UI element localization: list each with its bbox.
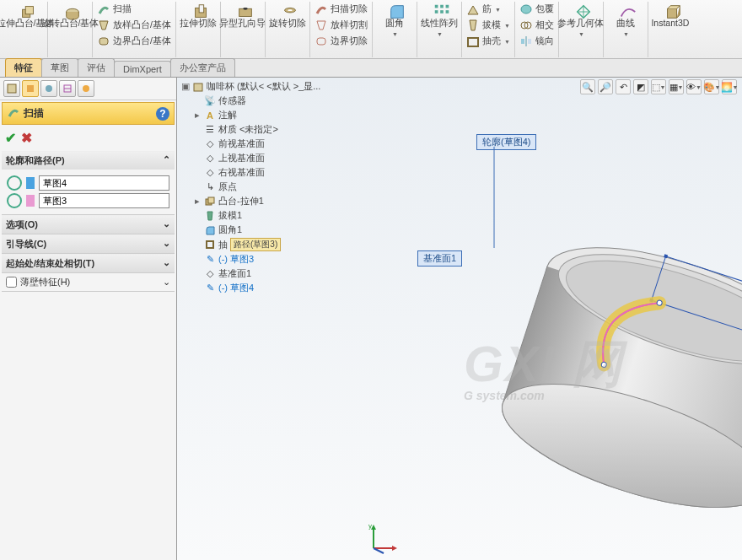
tree-draft[interactable]: 拔模1 <box>193 208 337 223</box>
ribbon-toolbar: 拉伸凸台/基体 旋转凸台/基体 扫描 放样凸台/基体 边界凸台/基体 拉伸切除 … <box>0 0 742 59</box>
appearance-button[interactable]: 🎨▼ <box>704 79 719 94</box>
back-arrow-icon: ↶ <box>620 82 627 93</box>
pm-section-profile-head[interactable]: 轮廓和路径(P) ⌃ <box>2 151 175 170</box>
pm-tab-config[interactable] <box>40 80 57 97</box>
hole-wizard-button[interactable]: 异型孔向导 <box>223 2 263 30</box>
cancel-button[interactable]: ✖ <box>21 130 32 146</box>
wrap-button[interactable]: 包覆 <box>517 2 556 17</box>
sweep-feature-icon <box>7 105 20 121</box>
pm-section-tangency-head[interactable]: 起始处/结束处相切(T) ⌄ <box>2 254 175 272</box>
svg-point-9 <box>288 9 293 11</box>
tree-front-label: 前视基准面 <box>218 137 265 150</box>
fillet-label: 圆角 <box>385 19 404 29</box>
plane-icon: ◇ <box>204 268 216 280</box>
tree-sk3-label: (-) 草图3 <box>218 253 254 266</box>
leader-line <box>493 147 495 248</box>
sensor-icon: 📡 <box>204 95 216 107</box>
pm-tab-feature-tree[interactable] <box>3 80 20 97</box>
instant3d-icon <box>664 3 677 16</box>
intersect-button[interactable]: 相交 <box>517 18 556 33</box>
tree-material-label: 材质 <未指定> <box>218 123 278 136</box>
tree-root-label: 咖啡杯 (默认< <默认 >_显... <box>207 80 320 93</box>
draft-button[interactable]: 拔模▼ <box>464 18 513 33</box>
instant3d-button[interactable]: Instant3D <box>650 2 691 30</box>
tree-sketch4[interactable]: ✎(-) 草图4 <box>193 281 337 295</box>
tree-material[interactable]: ☰材质 <未指定> <box>193 122 337 137</box>
pm-section-thin: 薄壁特征(H) ⌄ <box>2 273 175 292</box>
tab-features[interactable]: 特征 <box>5 58 42 77</box>
revolve-cut-button[interactable]: 旋转切除 <box>267 2 308 30</box>
instant3d-label: Instant3D <box>651 19 689 29</box>
extrude-cut-button[interactable]: 拉伸切除 <box>178 2 218 30</box>
svg-rect-22 <box>528 39 531 44</box>
path-input[interactable] <box>39 193 169 208</box>
boundary-cut-button[interactable]: 边界切除 <box>312 34 370 49</box>
flyout-feature-tree: ▣ 咖啡杯 (默认< <默认 >_显... 📡传感器 ▸A注解 ☰材质 <未指定… <box>181 79 337 295</box>
tab-sketch[interactable]: 草图 <box>41 58 78 77</box>
zoom-fit-button[interactable]: 🔍 <box>580 79 595 94</box>
mirror-button[interactable]: 镜向 <box>517 34 556 49</box>
tree-boss-extrude[interactable]: ▸凸台-拉伸1 <box>193 194 337 208</box>
view-triad: y <box>367 521 401 555</box>
expand-toggle[interactable]: ▣ <box>181 81 190 92</box>
sweep-cut-button[interactable]: 扫描切除 <box>312 2 370 17</box>
tab-evaluate[interactable]: 评估 <box>78 58 115 77</box>
fillet-button[interactable]: 圆角▼ <box>374 2 415 38</box>
pm-section-tangency-label: 起始处/结束处相切(T) <box>6 257 94 270</box>
profile-input[interactable] <box>39 175 169 191</box>
thin-feature-checkbox[interactable] <box>6 277 17 288</box>
tree-annotations[interactable]: ▸A注解 <box>193 108 337 122</box>
zoom-area-button[interactable]: 🔎 <box>598 79 613 94</box>
tree-shell[interactable]: 抽路径(草图3) <box>193 237 337 252</box>
tree-right-plane[interactable]: ◇右视基准面 <box>193 165 337 180</box>
tree-plane1-label: 基准面1 <box>218 267 251 280</box>
expand-toggle[interactable]: ▸ <box>193 196 202 207</box>
pm-title: 扫描 <box>24 106 44 121</box>
tree-plane1[interactable]: ◇基准面1 <box>193 267 337 281</box>
loft-button[interactable]: 放样凸台/基体 <box>94 18 174 33</box>
tree-root[interactable]: ▣ 咖啡杯 (默认< <默认 >_显... <box>181 79 337 94</box>
open-path-icon <box>7 193 22 208</box>
linear-pattern-button[interactable]: 线性阵列▼ <box>419 2 460 38</box>
svg-rect-25 <box>27 85 34 92</box>
ok-button[interactable]: ✔ <box>5 130 16 146</box>
tree-sketch3[interactable]: ✎(-) 草图3 <box>193 252 337 267</box>
pm-tab-dimxpert[interactable] <box>59 80 76 97</box>
heads-up-toolbar: 🔍 🔎 ↶ ◩ ⬚▼ ▦▼ 👁▼ 🎨▼ 🌅▼ <box>580 79 737 94</box>
svg-rect-3 <box>99 38 108 45</box>
section-view-button[interactable]: ◩ <box>633 79 648 94</box>
tab-dimxpert[interactable]: DimXpert <box>114 61 171 77</box>
pm-help-button[interactable]: ? <box>156 107 169 121</box>
tree-top-plane[interactable]: ◇上视基准面 <box>193 151 337 165</box>
pm-tab-strip <box>0 78 176 100</box>
extrude-boss-button[interactable]: 拉伸凸台/基体 <box>5 2 46 30</box>
scene-button[interactable]: 🌅▼ <box>722 79 737 94</box>
tree-fillet[interactable]: 圆角1 <box>193 223 337 237</box>
svg-text:y: y <box>368 522 372 530</box>
sweep-button[interactable]: 扫描 <box>94 2 174 17</box>
pm-tab-property-manager[interactable] <box>22 80 39 97</box>
expand-toggle[interactable]: ▸ <box>193 110 202 121</box>
profile-callout[interactable]: 轮廓(草图4) <box>476 134 536 150</box>
pm-section-options-head[interactable]: 选项(O) ⌄ <box>2 215 175 234</box>
hide-show-button[interactable]: 👁▼ <box>686 79 702 94</box>
boundary-button[interactable]: 边界凸台/基体 <box>94 34 174 49</box>
shell-button[interactable]: 抽壳▼ <box>464 34 513 49</box>
tree-origin[interactable]: ↳原点 <box>193 180 337 194</box>
ref-geom-button[interactable]: 参考几何体▼ <box>561 2 601 38</box>
loft-cut-button[interactable]: 放样切割 <box>312 18 370 33</box>
previous-view-button[interactable]: ↶ <box>616 79 631 94</box>
revolve-boss-button[interactable]: 旋转凸台/基体 <box>50 2 90 30</box>
view-orientation-button[interactable]: ⬚▼ <box>651 79 666 94</box>
rib-button[interactable]: 筋▼ <box>464 2 513 17</box>
plane-callout[interactable]: 基准面1 <box>417 250 462 267</box>
svg-rect-23 <box>667 8 676 18</box>
curves-button[interactable]: 曲线▼ <box>605 2 646 38</box>
tab-office[interactable]: 办公室产品 <box>170 58 235 77</box>
pm-tab-display[interactable] <box>78 80 94 97</box>
tree-front-plane[interactable]: ◇前视基准面 <box>193 137 337 151</box>
pm-section-guide-head[interactable]: 引导线(C) ⌄ <box>2 234 175 253</box>
display-style-button[interactable]: ▦▼ <box>669 79 684 94</box>
property-manager-panel: 扫描 ? ✔ ✖ 轮廓和路径(P) ⌃ <box>0 78 177 560</box>
tree-sensors[interactable]: 📡传感器 <box>193 94 337 108</box>
